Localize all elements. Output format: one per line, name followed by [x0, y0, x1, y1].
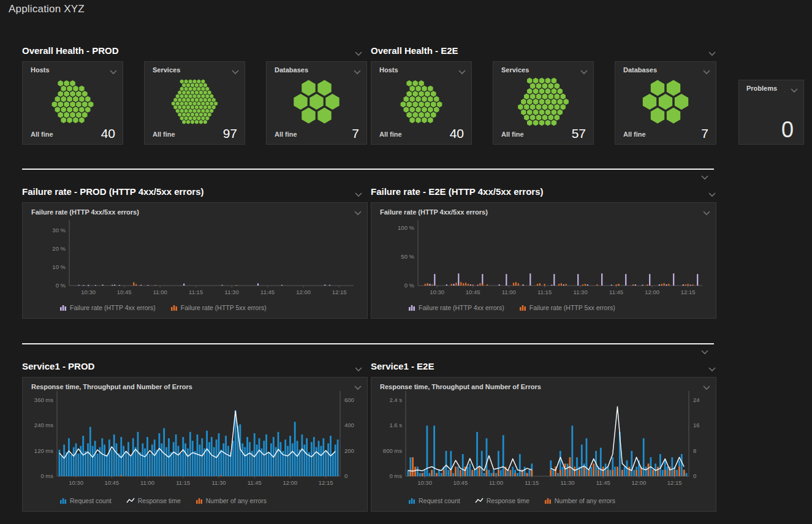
legend-label: Failure rate (HTTP 4xx errors): [70, 304, 156, 311]
chevron-down-icon[interactable]: [702, 66, 711, 72]
problems-filter-underline: [784, 91, 785, 92]
status-label: All fine: [31, 131, 53, 141]
legend-item: Failure rate (HTTP 4xx errors): [408, 304, 504, 311]
health-tile-hosts-prod[interactable]: Hosts All fine40: [22, 61, 123, 145]
chevron-down-icon[interactable]: [354, 48, 363, 53]
svg-text:10:30: 10:30: [81, 289, 96, 295]
chart-plot[interactable]: 2.4 s1.6 s800 ms0 ms24168010:3010:4511:0…: [371, 378, 716, 511]
chevron-down-icon[interactable]: [708, 363, 716, 369]
svg-text:0 %: 0 %: [56, 282, 66, 289]
chevron-down-icon[interactable]: [354, 189, 363, 194]
legend-label: Request count: [419, 497, 460, 504]
chart-plot[interactable]: 100 %50 %0 %10:3010:4511:0011:1511:3011:…: [371, 203, 716, 318]
svg-text:10:45: 10:45: [453, 479, 468, 486]
svg-text:11:15: 11:15: [537, 289, 552, 295]
chevron-down-icon[interactable]: [700, 346, 709, 352]
status-label: All fine: [501, 131, 524, 141]
chart-tile-failure-prod[interactable]: 30 %20 %10 %0 %10:3010:4511:0011:1511:30…: [22, 202, 368, 319]
chart-plot[interactable]: 360 ms240 ms120 ms0 ms600400200010:3010:…: [23, 378, 367, 511]
chart-legend: Failure rate (HTTP 4xx errors)Failure ra…: [408, 304, 615, 311]
chevron-down-icon[interactable]: [702, 207, 711, 213]
chevron-down-icon[interactable]: [109, 66, 118, 72]
health-tile-services-prod[interactable]: Services All fine97: [144, 61, 245, 145]
chevron-down-icon[interactable]: [700, 172, 709, 177]
svg-text:10:30: 10:30: [430, 289, 444, 295]
svg-text:12:15: 12:15: [332, 289, 347, 295]
tile-title: Hosts: [31, 66, 50, 74]
svg-text:12:00: 12:00: [283, 479, 298, 486]
honeycomb[interactable]: [23, 75, 123, 128]
health-tile-services-e2e[interactable]: Services All fine57: [493, 61, 594, 145]
count-value: 97: [223, 126, 237, 141]
section-title: Failure rate - PROD (HTTP 4xx/5xx errors…: [22, 186, 204, 197]
chart-plot[interactable]: 30 %20 %10 %0 %10:3010:4511:0011:1511:30…: [23, 203, 367, 318]
svg-text:11:00: 11:00: [140, 479, 154, 486]
svg-text:10:30: 10:30: [69, 479, 83, 486]
chevron-down-icon[interactable]: [231, 66, 240, 72]
chevron-down-icon[interactable]: [353, 66, 362, 72]
legend-label: Response time: [487, 497, 529, 504]
count-value: 40: [450, 126, 464, 141]
svg-text:11:45: 11:45: [248, 479, 262, 486]
svg-text:50 %: 50 %: [401, 253, 414, 260]
svg-text:0 %: 0 %: [404, 282, 415, 289]
bars-icon: [408, 498, 415, 504]
chevron-down-icon[interactable]: [580, 66, 588, 72]
health-tile-databases-prod[interactable]: Databases All fine7: [266, 61, 367, 145]
legend-label: Failure rate (HTTP 5xx errors): [181, 304, 267, 311]
svg-text:10:45: 10:45: [104, 479, 119, 486]
svg-text:0 ms: 0 ms: [40, 473, 53, 479]
chevron-down-icon[interactable]: [708, 48, 716, 53]
legend-item: Number of any errors: [544, 497, 615, 504]
svg-text:240 ms: 240 ms: [34, 422, 53, 428]
legend-label: Failure rate (HTTP 5xx errors): [529, 304, 615, 311]
bars-icon: [544, 498, 552, 504]
health-tile-databases-e2e[interactable]: Databases All fine7: [615, 61, 716, 145]
chevron-down-icon[interactable]: [354, 207, 362, 213]
bars-icon: [519, 305, 526, 311]
chevron-down-icon[interactable]: [708, 189, 716, 194]
legend-item: Response time: [126, 497, 181, 504]
svg-text:0 ms: 0 ms: [389, 473, 402, 479]
status-label: All fine: [623, 131, 646, 141]
section-title: Failure rate - E2E (HTTP 4xx/5xx errors): [371, 186, 544, 197]
chart-tile-service-prod[interactable]: 360 ms240 ms120 ms0 ms600400200010:3010:…: [22, 377, 368, 512]
svg-text:12:00: 12:00: [296, 289, 311, 295]
page-title: Application XYZ: [9, 3, 85, 15]
problems-tile[interactable]: Problems 0: [738, 80, 804, 145]
svg-text:11:00: 11:00: [153, 289, 167, 295]
svg-text:30 %: 30 %: [52, 227, 66, 234]
chevron-down-icon[interactable]: [702, 382, 711, 387]
chart-tile-service-e2e[interactable]: 2.4 s1.6 s800 ms0 ms24168010:3010:4511:0…: [371, 377, 716, 512]
section-header-service-prod: Service1 - PROD: [22, 360, 363, 372]
chevron-down-icon[interactable]: [354, 382, 362, 387]
section-divider: [22, 169, 714, 170]
svg-text:11:30: 11:30: [560, 479, 574, 486]
svg-text:11:00: 11:00: [489, 479, 503, 486]
section-title: Overall Health - E2E: [371, 45, 458, 56]
tile-title: Services: [153, 66, 180, 74]
bars-icon: [59, 498, 67, 504]
legend-label: Number of any errors: [555, 497, 615, 504]
svg-text:10:45: 10:45: [466, 289, 480, 295]
legend-item: Request count: [59, 497, 112, 504]
svg-text:11:15: 11:15: [189, 289, 203, 295]
section-header-failure-e2e: Failure rate - E2E (HTTP 4xx/5xx errors): [371, 185, 716, 197]
svg-text:11:30: 11:30: [211, 479, 226, 486]
honeycomb[interactable]: [267, 75, 366, 128]
chevron-down-icon[interactable]: [354, 363, 363, 369]
chart-tile-failure-e2e[interactable]: 100 %50 %0 %10:3010:4511:0011:1511:3011:…: [371, 202, 716, 319]
health-tile-hosts-e2e[interactable]: Hosts All fine40: [371, 61, 472, 145]
honeycomb[interactable]: [371, 75, 471, 128]
section-title: Service1 - PROD: [22, 361, 94, 371]
svg-text:1.6 s: 1.6 s: [389, 422, 402, 428]
svg-text:11:30: 11:30: [574, 289, 588, 295]
chevron-down-icon[interactable]: [790, 85, 799, 90]
honeycomb[interactable]: [615, 75, 716, 128]
svg-text:10:45: 10:45: [117, 289, 132, 295]
honeycomb[interactable]: [145, 75, 245, 128]
legend-label: Response time: [138, 497, 181, 504]
chevron-down-icon[interactable]: [458, 66, 466, 72]
honeycomb[interactable]: [493, 75, 593, 128]
svg-text:11:45: 11:45: [609, 289, 623, 295]
